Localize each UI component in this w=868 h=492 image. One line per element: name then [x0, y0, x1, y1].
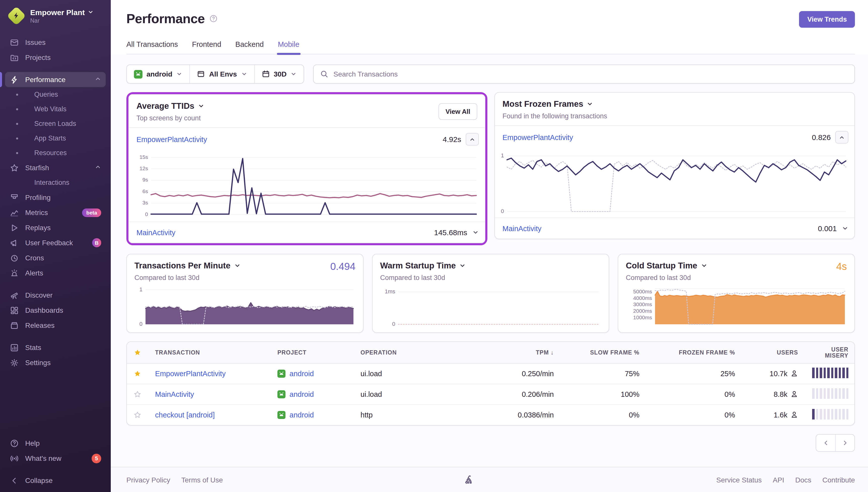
- sidebar-bottom: HelpWhat's new5Collapse: [0, 436, 111, 488]
- collapse-row-button[interactable]: [466, 133, 479, 146]
- sidebar: Empower Plant Nar IssuesProjectsPerforma…: [0, 0, 111, 492]
- column-header-project[interactable]: PROJECT: [271, 342, 353, 363]
- project-filter-label: android: [147, 70, 173, 78]
- sidebar-item-queries[interactable]: Queries: [5, 87, 106, 102]
- transaction-link[interactable]: EmpowerPlantActivity: [503, 133, 573, 141]
- sidebar-item-resources[interactable]: Resources: [5, 146, 106, 160]
- sidebar-item-web-vitals[interactable]: Web Vitals: [5, 102, 106, 116]
- search-input[interactable]: [334, 70, 848, 78]
- column-header-slow-frame-%[interactable]: SLOW FRAME %: [561, 342, 646, 363]
- column-header-operation[interactable]: OPERATION: [353, 342, 444, 363]
- sidebar-item-discover[interactable]: Discover: [5, 288, 106, 303]
- sidebar-item-what-s-new[interactable]: What's new5: [5, 451, 106, 466]
- tpm-title-dropdown[interactable]: Transactions Per Minute: [134, 261, 240, 270]
- column-header-user-misery[interactable]: USER MISERY: [805, 342, 855, 363]
- cold-startup-title-dropdown[interactable]: Cold Startup Time: [626, 261, 707, 270]
- sidebar-item-interactions[interactable]: Interactions: [5, 175, 106, 190]
- project-link[interactable]: android: [289, 411, 314, 419]
- sidebar-item-issues[interactable]: Issues: [5, 35, 106, 50]
- chevron-right-icon: [842, 440, 848, 446]
- star-outline-icon[interactable]: [134, 390, 141, 398]
- transaction-link[interactable]: checkout [android]: [155, 411, 215, 419]
- environment-filter[interactable]: All Envs: [189, 65, 254, 83]
- tab-bar: All TransactionsFrontendBackendMobile: [126, 40, 855, 54]
- table-row: checkout [android]androidhttp0.0386/min0…: [127, 404, 855, 425]
- sidebar-item-releases[interactable]: Releases: [5, 318, 106, 333]
- sidebar-item-collapse[interactable]: Collapse: [5, 473, 106, 488]
- card-title: Average TTIDs: [136, 101, 194, 111]
- column-header-frozen-frame-%[interactable]: FROZEN FRAME %: [646, 342, 742, 363]
- most-frozen-frames-title-dropdown[interactable]: Most Frozen Frames: [503, 99, 607, 109]
- sidebar-item-user-feedback[interactable]: User FeedbackB: [5, 235, 106, 250]
- environments-icon: [197, 70, 205, 78]
- average-ttids-title-dropdown[interactable]: Average TTIDs: [136, 101, 204, 111]
- chevron-down-icon: [587, 101, 593, 107]
- tab-frontend[interactable]: Frontend: [192, 40, 221, 54]
- warm-startup-title-dropdown[interactable]: Warm Startup Time: [380, 261, 466, 270]
- tab-all-transactions[interactable]: All Transactions: [126, 40, 178, 54]
- tab-mobile[interactable]: Mobile: [278, 40, 299, 54]
- chevron-down-icon: [842, 225, 848, 232]
- project-link[interactable]: android: [289, 390, 314, 398]
- footer-link-contribute[interactable]: Contribute: [822, 476, 855, 484]
- sidebar-item-crons[interactable]: Crons: [5, 250, 106, 265]
- chevron-up-icon: [839, 134, 845, 140]
- expand-row-button[interactable]: [472, 229, 479, 236]
- table-row: MainActivityandroidui.load0.206/min100%0…: [127, 384, 855, 404]
- sidebar-item-dashboards[interactable]: Dashboards: [5, 303, 106, 318]
- help-icon: [10, 439, 18, 447]
- sidebar-item-replays[interactable]: Replays: [5, 220, 106, 235]
- transaction-link[interactable]: MainActivity: [503, 224, 541, 232]
- collapse-row-button[interactable]: [835, 131, 848, 144]
- org-switcher[interactable]: Empower Plant Nar: [0, 0, 111, 30]
- next-page-button[interactable]: [835, 435, 854, 451]
- page-filter-group: android All Envs 30D: [126, 65, 304, 83]
- footer-link-service-status[interactable]: Service Status: [716, 476, 762, 484]
- footer-link-privacy-policy[interactable]: Privacy Policy: [126, 476, 170, 484]
- chevron-down-icon: [472, 229, 479, 236]
- tab-backend[interactable]: Backend: [235, 40, 264, 54]
- sidebar-item-metrics[interactable]: Metricsbeta: [5, 205, 106, 220]
- column-header-star[interactable]: [127, 342, 148, 363]
- tpm-cell: 0.250/min: [444, 363, 561, 384]
- star-filled-icon[interactable]: [134, 369, 141, 377]
- footer-link-docs[interactable]: Docs: [795, 476, 811, 484]
- sidebar-item-help[interactable]: Help: [5, 436, 106, 451]
- transaction-link[interactable]: MainActivity: [155, 390, 194, 398]
- column-header-transaction[interactable]: TRANSACTION: [148, 342, 271, 363]
- page-title: Performance: [126, 11, 205, 27]
- column-header-tpm[interactable]: TPM ↓: [444, 342, 561, 363]
- sidebar-item-stats[interactable]: Stats: [5, 340, 106, 355]
- date-range-filter[interactable]: 30D: [254, 65, 304, 83]
- bullet-dot: [16, 123, 18, 125]
- previous-page-button[interactable]: [816, 435, 835, 451]
- help-circle-icon[interactable]: [209, 15, 217, 25]
- sidebar-item-profiling[interactable]: Profiling: [5, 190, 106, 205]
- sidebar-item-screen-loads[interactable]: Screen Loads: [5, 116, 106, 131]
- svg-text:0: 0: [139, 321, 143, 327]
- column-header-users[interactable]: USERS: [742, 342, 805, 363]
- transaction-link[interactable]: EmpowerPlantActivity: [136, 135, 207, 143]
- project-link[interactable]: android: [289, 369, 314, 377]
- expand-row-button[interactable]: [842, 225, 848, 232]
- cold-startup-chart: 5000ms4000ms3000ms2000ms1000ms: [626, 286, 847, 329]
- view-trends-button[interactable]: View Trends: [799, 11, 855, 28]
- footer-link-api[interactable]: API: [773, 476, 784, 484]
- transaction-link[interactable]: EmpowerPlantActivity: [155, 369, 226, 377]
- sidebar-item-settings[interactable]: Settings: [5, 355, 106, 370]
- chevron-down-icon: [701, 262, 707, 269]
- sidebar-item-label: App Starts: [34, 134, 66, 142]
- star-outline-icon[interactable]: [134, 411, 141, 419]
- view-all-button[interactable]: View All: [438, 103, 477, 120]
- users-cell: 8.8k: [749, 390, 798, 398]
- footer-link-terms-of-use[interactable]: Terms of Use: [181, 476, 223, 484]
- star-icon: [10, 164, 18, 172]
- sidebar-item-alerts[interactable]: Alerts: [5, 265, 106, 280]
- transaction-link[interactable]: MainActivity: [136, 228, 176, 237]
- project-filter[interactable]: android: [127, 65, 189, 83]
- sidebar-item-app-starts[interactable]: App Starts: [5, 131, 106, 146]
- sidebar-item-performance[interactable]: Performance: [5, 72, 106, 87]
- sidebar-item-starfish[interactable]: Starfish: [5, 160, 106, 175]
- svg-text:1: 1: [501, 152, 504, 158]
- sidebar-item-projects[interactable]: Projects: [5, 50, 106, 65]
